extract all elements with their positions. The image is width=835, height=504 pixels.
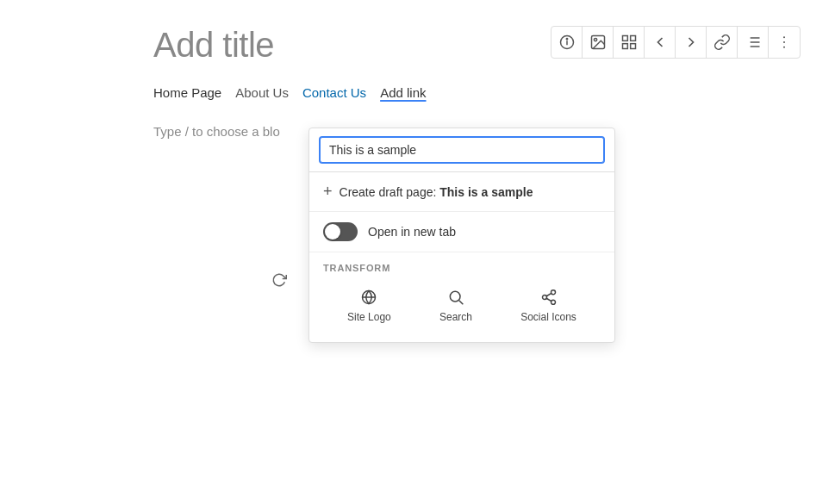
link-dropdown: + Create draft page: This is a sample Op… bbox=[308, 128, 615, 343]
svg-point-24 bbox=[551, 300, 555, 304]
create-draft-row[interactable]: + Create draft page: This is a sample bbox=[309, 172, 614, 212]
open-new-tab-label: Open in new tab bbox=[368, 225, 456, 239]
plus-icon: + bbox=[323, 183, 333, 201]
transform-item-search[interactable]: Search bbox=[429, 283, 483, 328]
svg-point-22 bbox=[551, 290, 555, 295]
search-label: Search bbox=[439, 311, 472, 323]
nav-item-home[interactable]: Home Page bbox=[153, 82, 235, 103]
link-search-input[interactable] bbox=[320, 137, 604, 163]
svg-line-21 bbox=[459, 301, 464, 305]
svg-line-26 bbox=[546, 293, 551, 296]
transform-icons-row: Site Logo Search bbox=[323, 283, 601, 335]
svg-rect-5 bbox=[622, 36, 627, 41]
svg-point-23 bbox=[542, 296, 546, 300]
transform-label: TRANSFORM bbox=[323, 263, 601, 273]
transform-item-social-icons[interactable]: Social Icons bbox=[510, 283, 587, 328]
search-input-row bbox=[309, 128, 614, 172]
svg-point-20 bbox=[450, 291, 460, 302]
refresh-button[interactable] bbox=[267, 268, 291, 292]
svg-rect-8 bbox=[630, 44, 635, 49]
link-button[interactable] bbox=[707, 27, 738, 58]
prev-button[interactable] bbox=[645, 27, 676, 58]
svg-point-17 bbox=[783, 47, 785, 48]
nav-item-about[interactable]: About Us bbox=[235, 82, 302, 103]
svg-rect-7 bbox=[622, 44, 627, 49]
transform-section: TRANSFORM Site Logo bbox=[309, 252, 614, 342]
new-tab-toggle[interactable] bbox=[323, 222, 358, 241]
list-button[interactable] bbox=[738, 27, 769, 58]
page-title: Add title bbox=[153, 26, 274, 65]
next-button[interactable] bbox=[676, 27, 707, 58]
nav-item-contact[interactable]: Contact Us bbox=[302, 82, 380, 103]
more-button[interactable] bbox=[769, 27, 800, 58]
image-button[interactable] bbox=[583, 27, 614, 58]
create-draft-text: Create draft page: This is a sample bbox=[340, 185, 533, 199]
site-logo-label: Site Logo bbox=[347, 311, 391, 323]
svg-point-16 bbox=[783, 41, 785, 43]
nav-bar: Home Page About Us Contact Us Add link bbox=[0, 82, 835, 103]
svg-line-25 bbox=[546, 298, 551, 301]
social-icons-label: Social Icons bbox=[520, 311, 576, 323]
info-button[interactable] bbox=[551, 27, 583, 58]
svg-point-2 bbox=[566, 39, 567, 40]
transform-item-site-logo[interactable]: Site Logo bbox=[337, 283, 402, 328]
svg-rect-6 bbox=[630, 36, 635, 41]
open-new-tab-row: Open in new tab bbox=[309, 212, 614, 252]
svg-point-15 bbox=[783, 36, 785, 38]
grid-button[interactable] bbox=[614, 27, 645, 58]
editor-toolbar bbox=[551, 26, 801, 59]
svg-point-4 bbox=[594, 38, 596, 40]
nav-item-add-link[interactable]: Add link bbox=[380, 82, 439, 103]
